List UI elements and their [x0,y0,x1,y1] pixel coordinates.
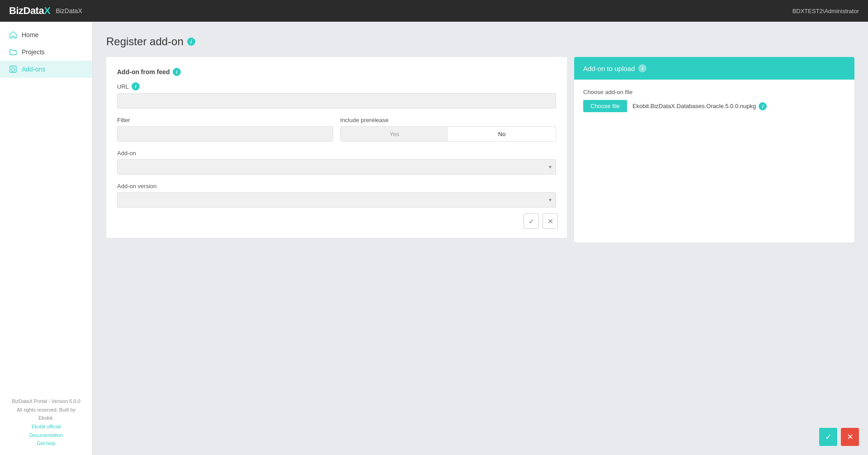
folder-icon [9,48,17,56]
logo-text: BizDataX [9,5,50,17]
sidebar-nav: Home Projects Add-ons [0,22,92,78]
filter-label-text: Filter [117,117,130,123]
addon-select[interactable] [117,159,556,175]
version-text: BizDataX Portal - Version 5.0.0 [12,398,80,404]
upload-cancel-icon: ✕ [847,432,854,442]
upload-panel-body: Choose add-on file Choose file Ekobit.Bi… [574,80,854,242]
topbar-user: BDXTEST2\Administrator [793,8,859,14]
addon-version-label-text: Add-on version [117,183,156,190]
prerelease-label: Include prerelease [340,117,557,123]
upload-panel-header: Add-on to upload i [574,57,854,80]
prerelease-label-text: Include prerelease [340,117,389,123]
filter-group: Filter [117,117,333,142]
logo-bizdata: BizData [9,5,44,16]
get-help-link[interactable]: Get help [9,439,83,448]
chosen-file-info-icon[interactable]: i [759,102,767,110]
main-layout: Home Projects Add-ons BizDataX Portal - … [0,22,868,455]
puzzle-icon [9,65,17,73]
feed-panel-title: Add-on from feed i [117,68,556,76]
topbar: BizDataX BizDataX BDXTEST2\Administrator [0,0,868,22]
url-input[interactable] [117,93,556,109]
url-group: URL i [117,82,556,109]
sidebar-item-addons[interactable]: Add-ons [0,61,92,78]
sidebar-footer: BizDataX Portal - Version 5.0.0 All righ… [0,390,92,455]
sidebar-item-projects[interactable]: Projects [0,43,92,61]
page-title-text: Register add-on [106,35,184,48]
upload-panel-title-text: Add-on to upload [583,65,635,72]
documentation-link[interactable]: Documentation [9,431,83,440]
ekobit-official-link[interactable]: Ekobit official [9,422,83,431]
sidebar-item-home[interactable]: Home [0,26,92,43]
content-area: Register add-on i Add-on from feed i URL… [93,22,868,455]
feed-cancel-icon: ✕ [547,217,553,226]
feed-panel-actions: ✓ ✕ [524,213,558,229]
logo-x: X [44,5,50,16]
page-title: Register add-on i [106,35,854,48]
feed-confirm-button[interactable]: ✓ [524,213,539,229]
upload-confirm-button[interactable]: ✓ [819,428,837,446]
copyright-text: All rights reserved. Built by Ekobit. [17,407,75,421]
feed-panel-title-text: Add-on from feed [117,68,170,76]
sidebar-addons-label: Add-ons [22,66,45,73]
feed-cancel-button[interactable]: ✕ [542,213,558,229]
feed-confirm-icon: ✓ [528,217,534,226]
upload-panel-info-icon[interactable]: i [638,64,646,72]
upload-cancel-button[interactable]: ✕ [841,428,859,446]
addon-select-wrapper [117,159,556,175]
choose-file-label: Choose add-on file [583,89,845,95]
chosen-file-text: Ekobit.BizDataX.Databases.Oracle.5.0.0.n… [632,102,767,110]
prerelease-toggle: Yes No [340,126,557,142]
prerelease-group: Include prerelease Yes No [340,117,557,142]
url-label-text: URL [117,83,129,90]
upload-panel: Add-on to upload i Choose add-on file Ch… [574,57,854,242]
url-label: URL i [117,82,556,90]
feed-panel: Add-on from feed i URL i Filter [106,57,567,238]
sidebar-projects-label: Projects [22,48,45,56]
addon-version-select[interactable] [117,192,556,208]
feed-panel-info-icon[interactable]: i [173,68,181,76]
upload-panel-container: Add-on to upload i Choose add-on file Ch… [574,57,854,242]
upload-confirm-icon: ✓ [825,432,832,442]
choose-file-row: Choose file Ekobit.BizDataX.Databases.Or… [583,100,845,112]
panels-container: Add-on from feed i URL i Filter [106,57,854,242]
addon-group: Add-on [117,150,556,175]
addon-version-label: Add-on version [117,183,556,190]
addon-version-select-wrapper [117,192,556,208]
addon-label-text: Add-on [117,150,136,156]
upload-panel-actions: ✓ ✕ [819,428,859,446]
topbar-left: BizDataX BizDataX [9,5,82,17]
topbar-appname: BizDataX [56,7,82,14]
prerelease-no-btn[interactable]: No [448,127,556,141]
sidebar: Home Projects Add-ons BizDataX Portal - … [0,22,93,455]
logo: BizDataX [9,5,50,17]
sidebar-home-label: Home [22,31,38,38]
addon-version-group: Add-on version [117,183,556,208]
url-info-icon[interactable]: i [132,82,140,90]
filter-label: Filter [117,117,333,123]
addon-label: Add-on [117,150,556,156]
prerelease-yes-btn[interactable]: Yes [341,127,448,141]
filter-prerelease-row: Filter Include prerelease Yes No [117,117,556,150]
choose-file-button[interactable]: Choose file [583,100,627,112]
filter-input[interactable] [117,126,333,142]
page-title-info-icon[interactable]: i [187,38,195,46]
chosen-filename: Ekobit.BizDataX.Databases.Oracle.5.0.0.n… [632,103,756,109]
home-icon [9,31,17,39]
